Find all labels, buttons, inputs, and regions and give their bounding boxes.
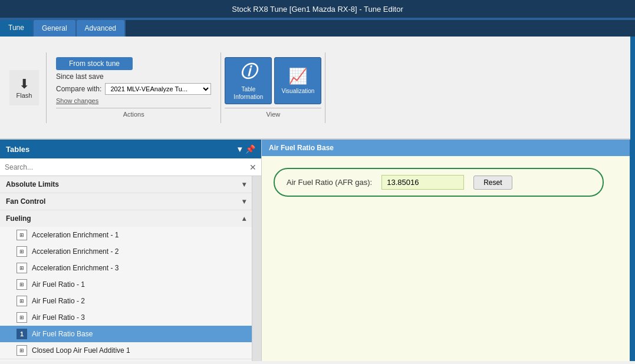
tree-item-afr-3[interactable]: ⊞ Air Fuel Ratio - 3 [0,309,252,326]
compare-group: From stock tune Since last save Compare … [50,57,217,118]
tree-item-accel-enrich-2[interactable]: ⊞ Acceleration Enrichment - 2 [0,243,252,260]
search-input[interactable] [0,158,245,176]
sidebar-header-controls: ▾ 📌 [238,144,255,154]
visualization-icon: 📈 [288,67,307,85]
tree-content: Absolute Limits ▾ Fan Control ▾ Fueling [0,176,252,361]
tab-bar: Tune General Advanced [0,18,635,37]
content-tab-bar: Air Fuel Ratio Base [262,140,630,156]
chevron-up-icon: ▴ [242,214,246,223]
search-clear-button[interactable]: ✕ [245,163,261,172]
toolbar-divider-3 [325,52,325,123]
afr-row: Air Fuel Ratio (AFR gas): Reset [274,168,604,197]
table-grid-icon-6: ⊞ [17,312,27,323]
tree-item-afr-2[interactable]: ⊞ Air Fuel Ratio - 2 [0,293,252,309]
afr-value-input[interactable] [381,175,464,190]
table-grid-icon-3: ⊞ [17,263,27,273]
view-group: ⓘ TableInformation 📈 Visualization View [225,57,321,118]
flash-button[interactable]: ⬇ Flash [9,70,39,105]
afr-reset-button[interactable]: Reset [473,176,512,190]
table-grid-icon-4: ⊞ [17,279,27,290]
tree-item-closed-loop[interactable]: ⊞ Closed Loop Air Fuel Additive 1 [0,342,252,359]
content-area: Air Fuel Ratio Base Air Fuel Ratio (AFR … [262,140,630,361]
view-buttons: ⓘ TableInformation 📈 Visualization [225,57,321,104]
tree-group-header-fueling[interactable]: Fueling ▴ [0,210,252,227]
table-grid-icon: ⊞ [17,230,27,240]
sidebar-pin-icon[interactable]: 📌 [245,144,255,154]
tree-item-accel-enrich-1[interactable]: ⊞ Acceleration Enrichment - 1 [0,227,252,243]
content-body: Air Fuel Ratio (AFR gas): Reset [262,156,630,209]
sidebar-scrollbar[interactable] [252,176,261,361]
sidebar-header: Tables ▾ 📌 [0,140,261,158]
since-last-save-label: Since last save [56,72,211,81]
compare-with-row: Compare with: 2021 MLV-VEAnalyze Tu... [56,83,211,95]
sidebar: Tables ▾ 📌 ✕ Absolute Limits ▾ [0,140,262,361]
tree-item-accel-enrich-3[interactable]: ⊞ Acceleration Enrichment - 3 [0,260,252,276]
from-stock-tune-button[interactable]: From stock tune [56,57,133,70]
table-single-icon: 1 [17,329,27,339]
main-layout: Tables ▾ 📌 ✕ Absolute Limits ▾ [0,140,635,361]
compare-with-select[interactable]: 2021 MLV-VEAnalyze Tu... [105,83,211,95]
compare-with-label: Compare with: [56,85,101,93]
tree-group-fan-control: Fan Control ▾ [0,193,252,210]
tree-group-absolute-limits: Absolute Limits ▾ [0,176,252,193]
table-grid-icon-7: ⊞ [17,345,27,356]
content-tab-label: Air Fuel Ratio Base [269,144,334,152]
afr-label: Air Fuel Ratio (AFR gas): [287,178,372,187]
actions-label: Actions [56,108,211,118]
toolbar-divider-2 [221,52,221,123]
title-text: Stock RX8 Tune [Gen1 Mazda RX-8] - Tune … [232,5,403,14]
table-grid-icon-5: ⊞ [17,296,27,306]
toolbar-divider-1 [46,52,47,123]
toolbar: ⬇ Flash From stock tune Since last save … [0,37,635,140]
sidebar-dropdown-icon[interactable]: ▾ [238,144,242,154]
info-icon: ⓘ [240,61,256,83]
title-bar: Stock RX8 Tune [Gen1 Mazda RX-8] - Tune … [0,0,635,18]
tree-group-header-fan-control[interactable]: Fan Control ▾ [0,193,252,210]
tree-group-header-absolute-limits[interactable]: Absolute Limits ▾ [0,176,252,193]
scroll-area: Absolute Limits ▾ Fan Control ▾ Fueling [0,176,261,361]
tree-item-afr-base[interactable]: 1 Air Fuel Ratio Base [0,326,252,342]
chevron-down-icon-2: ▾ [242,197,246,206]
visualization-button[interactable]: 📈 Visualization [274,57,321,104]
table-information-button[interactable]: ⓘ TableInformation [225,57,272,104]
download-icon: ⬇ [19,77,29,92]
right-sidebar-bar [630,140,635,361]
tab-general[interactable]: General [34,20,75,37]
right-edge-bar [630,37,635,140]
tree-group-fueling: Fueling ▴ ⊞ Acceleration Enrichment - 1 … [0,210,252,359]
tab-advanced[interactable]: Advanced [77,20,124,37]
show-changes-link[interactable]: Show changes [56,97,98,104]
chevron-down-icon: ▾ [242,180,246,188]
table-grid-icon-2: ⊞ [17,246,27,257]
tab-tune[interactable]: Tune [0,20,32,37]
search-bar: ✕ [0,158,261,176]
sidebar-title: Tables [6,145,29,154]
tree-item-afr-1[interactable]: ⊞ Air Fuel Ratio - 1 [0,276,252,293]
view-label: View [225,108,321,118]
